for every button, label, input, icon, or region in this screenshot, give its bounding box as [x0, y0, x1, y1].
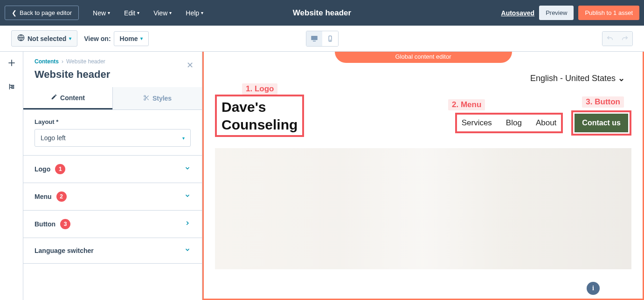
menu-new[interactable]: New▾: [89, 7, 114, 20]
contact-us-button[interactable]: Contact us: [575, 114, 628, 132]
annotation-3-button: 3. Button: [582, 96, 624, 108]
scissors-icon: [143, 95, 150, 102]
chevron-down-icon: ⌄: [618, 74, 625, 83]
svg-rect-7: [12, 85, 14, 86]
mobile-device-button[interactable]: [322, 31, 338, 46]
page-select[interactable]: Home ▾: [114, 31, 149, 46]
svg-rect-2: [313, 41, 316, 41]
menu-edit[interactable]: Edit▾: [120, 7, 143, 20]
tab-styles[interactable]: Styles: [112, 87, 202, 109]
redo-button[interactable]: [617, 32, 632, 46]
svg-line-12: [147, 98, 148, 100]
left-rail: [0, 52, 23, 300]
badge-3: 3: [60, 219, 70, 229]
device-toggle: [306, 31, 339, 47]
back-label: Back to page editor: [20, 9, 72, 16]
tree-icon[interactable]: [7, 82, 16, 93]
chevron-down-icon: ▾: [137, 10, 139, 15]
add-icon[interactable]: [7, 58, 16, 69]
breadcrumb-root[interactable]: Contents: [35, 58, 59, 65]
page-title: Website header: [293, 8, 351, 18]
back-to-page-editor-button[interactable]: ❮ Back to page editor: [5, 6, 79, 20]
header-preview: 1. Logo 2. Menu 3. Button Dave's Counsel…: [215, 88, 631, 148]
topbar-menus: New▾ Edit▾ View▾ Help▾: [89, 7, 207, 20]
panel-title: Website header: [23, 67, 202, 87]
menu-help[interactable]: Help▾: [182, 7, 207, 20]
layout-select[interactable]: Logo left ▾: [35, 129, 191, 147]
sidebar: Contents › Website header ✕ Website head…: [23, 52, 202, 300]
publish-button[interactable]: Publish to 1 asset: [578, 6, 639, 20]
canvas: Global content editor English - United S…: [202, 52, 644, 300]
sidebar-item-logo[interactable]: Logo 1: [23, 155, 202, 183]
nav-blog[interactable]: Blog: [506, 118, 522, 128]
chevron-down-icon: ▾: [140, 36, 143, 41]
chevron-down-icon: [184, 246, 191, 255]
tab-content[interactable]: Content: [23, 87, 112, 109]
svg-point-4: [330, 40, 330, 40]
close-icon[interactable]: ✕: [187, 60, 194, 70]
canvas-inner: English - United States ⌄ 1. Logo 2. Men…: [215, 68, 631, 300]
pencil-icon: [51, 94, 57, 102]
svg-rect-1: [311, 36, 318, 40]
topbar: ❮ Back to page editor New▾ Edit▾ View▾ H…: [0, 0, 644, 26]
breadcrumb: Contents › Website header ✕: [23, 52, 202, 67]
chevron-down-icon: [184, 192, 191, 201]
svg-line-13: [145, 96, 146, 97]
globe-icon: [17, 34, 25, 43]
layout-field: Layout * Logo left ▾: [23, 110, 202, 155]
sidebar-tabs: Content Styles: [23, 87, 202, 110]
autosaved-link[interactable]: Autosaved: [501, 9, 535, 17]
breadcrumb-separator: ›: [62, 58, 63, 65]
menu-highlight-box[interactable]: Services Blog About: [455, 113, 563, 133]
annotation-1-logo: 1. Logo: [242, 83, 277, 95]
svg-point-10: [144, 98, 146, 100]
sidebar-item-language-switcher[interactable]: Language switcher: [23, 238, 202, 264]
main: Contents › Website header ✕ Website head…: [0, 52, 644, 300]
chevron-left-icon: ❮: [12, 9, 17, 16]
language-selector-button[interactable]: Not selected ▾: [11, 30, 77, 47]
chevron-down-icon: ▾: [182, 136, 185, 141]
nav-about[interactable]: About: [536, 118, 556, 128]
layout-label: Layout *: [35, 118, 191, 125]
annotation-2-menu: 2. Menu: [448, 99, 485, 110]
secondbar: Not selected ▾ View on: Home ▾: [0, 26, 644, 52]
chevron-down-icon: ▾: [69, 36, 71, 41]
preview-button[interactable]: Preview: [539, 6, 574, 20]
sidebar-item-menu[interactable]: Menu 2: [23, 183, 202, 210]
chevron-down-icon: ▾: [169, 10, 172, 15]
svg-rect-8: [12, 88, 14, 89]
chevron-down-icon: [184, 165, 191, 173]
logo-highlight-box[interactable]: Dave's Counseling: [215, 95, 304, 137]
desktop-device-button[interactable]: [306, 31, 322, 46]
breadcrumb-current: Website header: [66, 58, 105, 65]
badge-2: 2: [56, 191, 67, 202]
undo-button[interactable]: [602, 32, 617, 46]
viewon-label: View on:: [84, 35, 111, 42]
chevron-down-icon: ▾: [108, 10, 110, 15]
svg-point-9: [144, 95, 146, 97]
topbar-right: Autosaved Preview Publish to 1 asset: [501, 6, 639, 20]
nav-services[interactable]: Services: [462, 118, 492, 128]
badge-1: 1: [55, 164, 65, 174]
button-highlight-box[interactable]: Contact us: [571, 110, 631, 136]
chevron-down-icon: ▾: [201, 10, 203, 15]
sidebar-item-button[interactable]: Button 3: [23, 210, 202, 238]
global-content-editor-tab: Global content editor: [335, 52, 512, 63]
undo-redo-group: [602, 31, 633, 46]
info-icon[interactable]: i: [587, 282, 600, 295]
hero-image: [215, 148, 631, 269]
chevron-right-icon: [184, 220, 191, 228]
menu-view[interactable]: View▾: [150, 7, 175, 20]
